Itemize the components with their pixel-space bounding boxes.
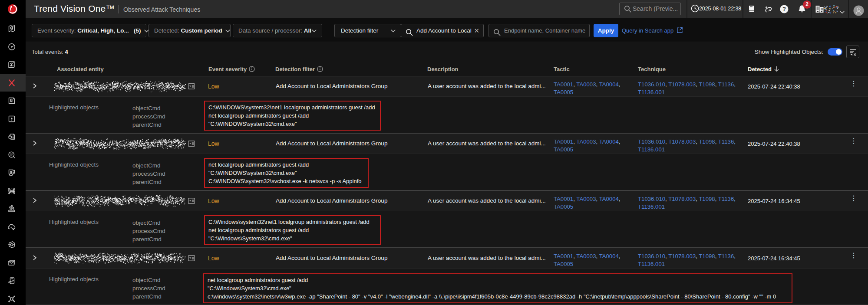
svg-text:?: ? (782, 6, 786, 12)
